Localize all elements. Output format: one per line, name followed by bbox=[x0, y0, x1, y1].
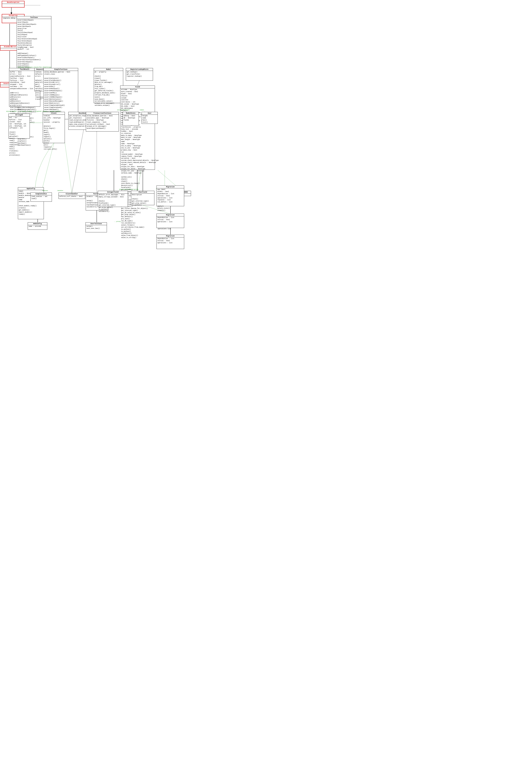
subclass-label: subclass.Exception.result/for.Somethings bbox=[17, 66, 51, 68]
simple-test-case-header: SimpleTestCase bbox=[44, 68, 78, 71]
migration1-box: Migration app_label atomic : bool depend… bbox=[157, 186, 184, 206]
integer-field-box: IntegerField default_error_messages : di… bbox=[98, 191, 128, 207]
migration3-body: dependencies : list initial : bool opera… bbox=[157, 237, 184, 244]
user-tc-header: UserTestCase bbox=[86, 223, 107, 225]
client-header: Client bbox=[43, 112, 65, 115]
simple-cookie-box: SimpleCookie load_cookies : set load() bbox=[31, 193, 52, 202]
field-box: Field attname : NoneType auto_created : … bbox=[120, 86, 155, 170]
simple-cookie-header: SimpleCookie bbox=[31, 193, 52, 195]
model-box: Model pk : property check() clean() clea… bbox=[94, 68, 123, 103]
migration3-header: Migration bbox=[157, 235, 184, 237]
migration1-body: app_label atomic : bool dependencies : l… bbox=[157, 188, 184, 212]
migration1-header: Migration bbox=[157, 186, 184, 188]
user-header: User bbox=[142, 112, 158, 115]
transaction-tc-body: allow_database_queries : bool available_… bbox=[86, 115, 119, 130]
model-header: Model bbox=[94, 68, 123, 71]
svg-line-13 bbox=[65, 143, 72, 193]
svg-line-18 bbox=[137, 81, 139, 86]
client-box: Client cookies exc_info : NoneType handl… bbox=[43, 112, 65, 143]
test-case-header: TestCase bbox=[17, 16, 51, 19]
operations-list-label1: operations list bbox=[158, 228, 171, 230]
field-header: Field bbox=[120, 86, 155, 88]
proxy-label: ...proxy... bbox=[114, 221, 123, 222]
simple-cookie-body: load_cookies : set load() bbox=[31, 195, 52, 200]
client-handler-header: ClientHandler bbox=[59, 193, 85, 195]
migration2-header: Migration bbox=[157, 214, 184, 216]
web-config-header: WebConfig bbox=[28, 223, 47, 225]
cookies-label1: cookies bbox=[42, 190, 48, 191]
migration3-box: Migration dependencies : list initial : … bbox=[157, 235, 184, 249]
model-state-header: ModelState bbox=[123, 112, 139, 115]
user-body: height name has() list() bbox=[142, 115, 158, 124]
names-label: names bbox=[140, 109, 144, 111]
transaction-tc-header: TransactionTestCase bbox=[86, 112, 119, 115]
register-lookup-mixin-box: RegisterLookupMixin get_lookup() get_tra… bbox=[126, 68, 153, 81]
model-body: pk : property check() clean() clean_fiel… bbox=[94, 71, 123, 107]
user-tc-body: setUp() test_user_has() bbox=[86, 225, 107, 230]
field-body: attname : NoneType auto_created : bool b… bbox=[120, 88, 155, 239]
app-config-header: AppConfig bbox=[18, 188, 44, 190]
user-test-case-box: UserTestCase setUp() test_user_has() bbox=[86, 223, 107, 232]
client-body: cookies exc_info : NoneType handler sess… bbox=[43, 115, 65, 151]
base-exception-box: BaseException bbox=[2, 1, 24, 7]
char-field-body: description check() get_internal_type() … bbox=[131, 194, 154, 207]
transaction-test-case-box: TransactionTestCase allow_database_queri… bbox=[86, 112, 119, 132]
char-field-header: CharField bbox=[131, 191, 154, 194]
app-config-box: AppConfig label models : NoneType models… bbox=[18, 187, 44, 219]
diagram-container: BaseException Exception template_debug :… bbox=[0, 0, 532, 780]
web-config-box: WebConfig name : unicode bbox=[28, 223, 47, 230]
base-exception-header: BaseException bbox=[2, 1, 24, 4]
handler-label: handler bbox=[57, 190, 63, 191]
model-state-body: adding : bool db : NoneType fields bbox=[123, 115, 139, 122]
serialised-label: serialisedright bbox=[117, 109, 130, 111]
integer-field-body: default_error_messages : dict empty_stri… bbox=[98, 194, 128, 213]
char-field-box: CharField description check() get_intern… bbox=[131, 191, 154, 205]
integer-field-header: IntegerField bbox=[98, 191, 128, 194]
description-label: description/description bbox=[119, 189, 139, 190]
migration2-body: dependencies : list initial : bool opera… bbox=[157, 216, 184, 224]
svg-line-23 bbox=[72, 130, 84, 193]
client-handler-box: ClientHandler enforce_csrf_checks : bool bbox=[58, 193, 85, 199]
client-handler-body: enforce_csrf_checks : bool bbox=[59, 195, 85, 198]
web-config-body: name : unicode bbox=[28, 225, 47, 228]
user-box: User height name has() list() bbox=[142, 112, 158, 124]
register-lookup-body: get_lookup() get_transform() register_lo… bbox=[126, 71, 153, 78]
string-io-body: buf : str buflist : list closed : bool l… bbox=[9, 116, 30, 157]
migration2-box: Migration dependencies : list initial : … bbox=[157, 213, 184, 228]
string-io-box: StringIO buf : str buflist : list closed… bbox=[8, 114, 30, 139]
model-state-box: ModelState adding : bool db : NoneType f… bbox=[123, 112, 139, 126]
register-lookup-header: RegisterLookupMixin bbox=[126, 68, 153, 71]
string-io-header: StringIO bbox=[9, 114, 30, 116]
